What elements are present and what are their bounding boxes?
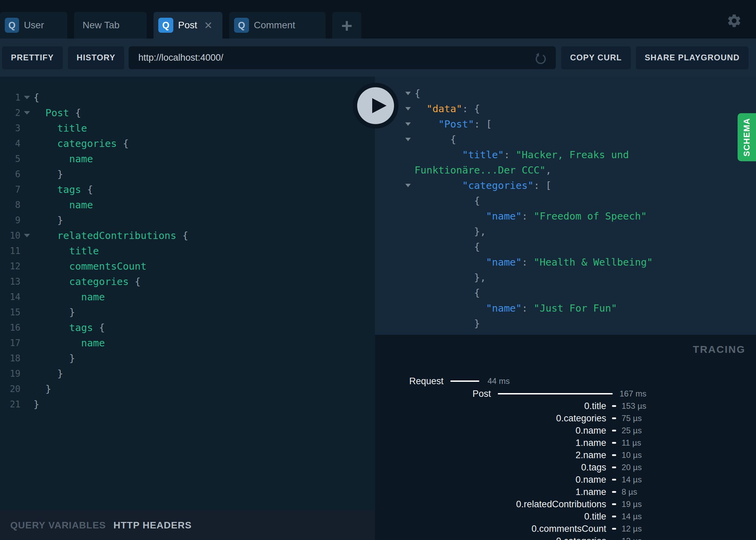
query-code: relatedContributions { — [33, 230, 188, 241]
query-line: 13 categories { — [0, 274, 375, 289]
history-button[interactable]: HISTORY — [68, 46, 125, 69]
query-line: 8 name — [0, 197, 375, 212]
tracing-row-value: 11 µs — [622, 438, 641, 448]
query-line: 21} — [0, 396, 375, 412]
response-line: "Post": [ — [402, 116, 756, 132]
line-number: 7 — [0, 184, 20, 195]
http-headers-tab[interactable]: HTTP HEADERS — [114, 520, 192, 531]
response-code: "name": "Health & Wellbeing" — [415, 256, 653, 268]
tracing-row-label: 0.tags — [581, 462, 606, 473]
response-line: "data": { — [402, 101, 756, 116]
tab-post[interactable]: QPost✕ — [154, 12, 222, 39]
tracing-title: TRACING — [693, 344, 745, 355]
tracing-bar — [612, 528, 616, 530]
tracing-row-value: 167 ms — [620, 389, 646, 399]
settings-gear-icon[interactable] — [726, 13, 742, 29]
prettify-button[interactable]: PRETTIFY — [2, 46, 63, 69]
schema-tab[interactable]: SCHEMA — [738, 113, 756, 161]
line-number: 9 — [0, 215, 20, 225]
line-number: 18 — [0, 353, 20, 363]
fold-arrow-icon[interactable] — [402, 138, 415, 141]
response-line: "name": "Health & Wellbeing" — [402, 254, 756, 270]
query-line: 2 Post { — [0, 105, 375, 120]
query-code: } — [33, 352, 75, 364]
response-code: { — [415, 195, 480, 207]
reload-icon[interactable] — [534, 51, 548, 65]
tracing-row-value: 19 µs — [622, 499, 642, 509]
response-line: Funktionäre...Der CCC", — [402, 162, 756, 178]
tracing-row-label: 1.name — [576, 487, 606, 497]
toolbar: PRETTIFY HISTORY http://localhost:4000/ … — [0, 39, 756, 77]
line-number: 5 — [0, 154, 20, 164]
query-code: } — [33, 168, 63, 180]
response-line: ] — [402, 331, 756, 335]
tab-user[interactable]: QUser — [0, 12, 67, 39]
tracing-bar — [612, 405, 616, 407]
tracing-bar — [612, 454, 616, 456]
fold-arrow-icon[interactable] — [402, 184, 415, 187]
line-number: 11 — [0, 246, 20, 256]
query-icon: Q — [5, 18, 19, 33]
query-editor[interactable]: 1{2 Post {3 title4 categories {5 name6 }… — [0, 77, 375, 510]
query-code: tags { — [33, 184, 93, 195]
query-line: 17 name — [0, 335, 375, 350]
new-tab-button[interactable]: + — [332, 12, 361, 39]
copy-curl-button[interactable]: COPY CURL — [561, 46, 631, 69]
line-number: 4 — [0, 138, 20, 149]
response-pane: { "data": { "Post": [ { "title": "Hacker… — [375, 77, 756, 335]
response-line: }, — [402, 224, 756, 239]
query-line: 16 tags { — [0, 320, 375, 335]
fold-arrow-icon[interactable] — [20, 96, 33, 99]
tab-new-tab[interactable]: New Tab — [74, 12, 147, 39]
tracing-row-value: 14 µs — [622, 512, 642, 521]
response-code: }, — [415, 226, 486, 237]
share-playground-button[interactable]: SHARE PLAYGROUND — [636, 46, 748, 69]
response-code: "title": "Hacker, Freaks und — [415, 149, 629, 161]
tracing-row-value: 13 µs — [622, 536, 642, 540]
query-line: 7 tags { — [0, 182, 375, 197]
query-code: name — [33, 199, 93, 211]
fold-arrow-icon[interactable] — [20, 234, 33, 237]
query-icon: Q — [158, 18, 173, 33]
query-code: } — [33, 399, 39, 410]
tracing-row-label: 0.title — [584, 511, 606, 522]
editor-footer: QUERY VARIABLES HTTP HEADERS — [0, 510, 375, 540]
query-code: } — [33, 383, 51, 395]
query-code: name — [33, 291, 105, 303]
tracing-row-value: 14 µs — [622, 475, 642, 484]
line-number: 21 — [0, 399, 20, 409]
query-variables-tab[interactable]: QUERY VARIABLES — [10, 520, 106, 531]
fold-arrow-icon[interactable] — [402, 92, 415, 95]
query-code: name — [33, 337, 105, 349]
query-line: 10 relatedContributions { — [0, 228, 375, 243]
query-code: commentsCount — [33, 260, 147, 272]
tracing-row-value: 10 µs — [622, 450, 642, 460]
fold-arrow-icon[interactable] — [402, 122, 415, 126]
query-code: title — [33, 245, 99, 257]
response-line: { — [402, 86, 756, 101]
tracing-row-value: 8 µs — [622, 487, 637, 497]
line-number: 20 — [0, 384, 20, 394]
response-code: "Post": [ — [415, 118, 492, 130]
fold-arrow-icon[interactable] — [402, 107, 415, 110]
line-number: 13 — [0, 276, 20, 287]
query-code: { — [33, 92, 39, 103]
response-code: "name": "Freedom of Speech" — [415, 210, 647, 222]
query-code: } — [33, 214, 63, 226]
line-number: 12 — [0, 261, 20, 271]
response-code: } — [415, 318, 480, 329]
tracing-row-label: 2.name — [576, 450, 606, 461]
fold-arrow-icon[interactable] — [20, 111, 33, 115]
query-line: 1{ — [0, 90, 375, 105]
execute-button[interactable] — [353, 83, 398, 129]
endpoint-input[interactable]: http://localhost:4000/ — [129, 46, 556, 69]
query-line: 12 commentsCount — [0, 258, 375, 274]
tracing-bar — [450, 380, 479, 382]
endpoint-url[interactable]: http://localhost:4000/ — [138, 52, 223, 63]
response-code: }, — [415, 272, 486, 283]
tab-comment[interactable]: QComment — [229, 12, 325, 39]
close-tab-icon[interactable]: ✕ — [204, 19, 213, 31]
tracing-bar — [612, 491, 616, 493]
query-code: categories { — [33, 138, 129, 149]
line-number: 10 — [0, 230, 20, 241]
